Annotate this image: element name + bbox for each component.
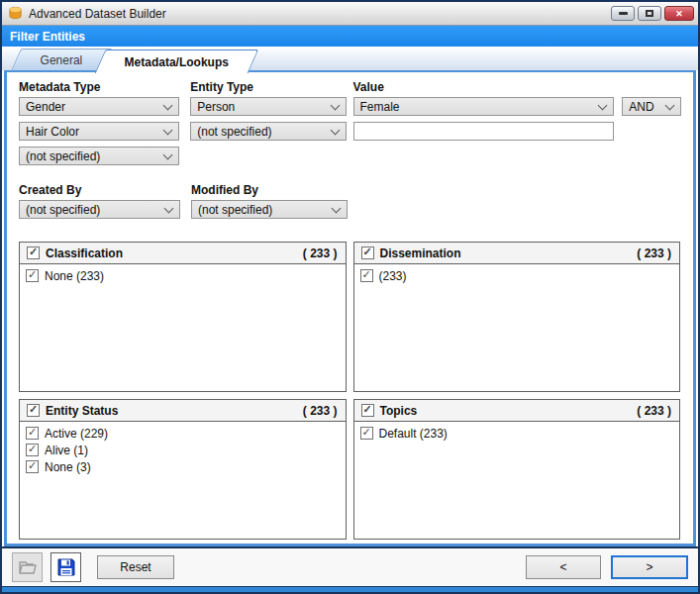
group-count: ( 233 ) [637, 404, 671, 418]
list-item[interactable]: Active (229) [26, 425, 340, 442]
dialog-header-title: Filter Entities [10, 30, 85, 44]
tab-metadata-lookups-label: Metadata/Lookups [124, 55, 228, 69]
group-entity-status-checkbox[interactable] [27, 404, 40, 417]
group-topics: Topics ( 233 ) Default (233) [353, 399, 681, 540]
list-item[interactable]: None (3) [26, 458, 340, 475]
metadata-type-select-2[interactable]: Hair Color [19, 122, 179, 141]
maximize-button[interactable] [638, 6, 661, 21]
title-bar[interactable]: Advanced Dataset Builder ✕ [2, 2, 698, 26]
created-by-select[interactable]: (not specified) [19, 200, 180, 219]
entity-type-label: Entity Type [190, 80, 346, 97]
save-button[interactable] [50, 552, 81, 582]
footer-bar: Reset < > [2, 546, 698, 586]
chevron-down-icon [163, 100, 173, 110]
folder-open-icon [18, 559, 38, 575]
value-select[interactable]: Female [353, 97, 615, 116]
operator-select[interactable]: AND [622, 97, 681, 116]
group-entity-status-header: Entity Status ( 233 ) [20, 400, 346, 422]
app-icon [8, 6, 23, 21]
group-classification-list: None (233) [20, 264, 346, 391]
value-input[interactable] [353, 122, 615, 141]
byline-row: Created By (not specified) Modified By (… [19, 183, 681, 225]
group-count: ( 233 ) [637, 247, 671, 260]
chevron-down-icon [163, 149, 173, 159]
group-dissemination-list: (233) [354, 264, 680, 391]
previous-button[interactable]: < [526, 555, 601, 579]
open-folder-button [12, 552, 43, 582]
chevron-down-icon [330, 125, 340, 135]
metadata-type-select-3[interactable]: (not specified) [19, 147, 179, 165]
group-classification-header: Classification ( 233 ) [20, 243, 346, 264]
item-checkbox[interactable] [26, 269, 39, 282]
metadata-type-label: Metadata Type [19, 80, 179, 97]
created-by-label: Created By [19, 183, 180, 200]
modified-by-select[interactable]: (not specified) [191, 200, 348, 219]
chevron-down-icon [330, 100, 340, 110]
item-checkbox[interactable] [26, 427, 39, 440]
group-topics-checkbox[interactable] [361, 404, 374, 417]
maximize-icon [646, 10, 653, 17]
next-button[interactable]: > [611, 555, 688, 579]
chevron-down-icon [163, 125, 173, 135]
group-dissemination-header: Dissemination ( 233 ) [354, 243, 680, 264]
item-checkbox[interactable] [360, 427, 373, 440]
group-dissemination: Dissemination ( 233 ) (233) [353, 242, 681, 392]
metadata-type-select-1[interactable]: Gender [19, 97, 179, 116]
tab-metadata-lookups[interactable]: Metadata/Lookups [94, 50, 258, 73]
group-entity-status-list: Active (229) Alive (1) None (3) [20, 422, 346, 539]
item-checkbox[interactable] [360, 269, 373, 282]
list-item[interactable]: Alive (1) [26, 442, 340, 458]
item-checkbox[interactable] [26, 444, 39, 456]
modified-by-label: Modified By [191, 183, 348, 200]
list-item[interactable]: Default (233) [360, 425, 674, 442]
lookup-groups: Classification ( 233 ) None (233) Dissem… [19, 242, 681, 540]
filter-grid: Metadata Type Gender Hair Color (not spe… [19, 80, 681, 171]
save-icon [56, 557, 76, 577]
close-button[interactable]: ✕ [664, 6, 694, 21]
group-title: Dissemination [380, 247, 638, 260]
group-title: Topics [380, 404, 638, 418]
tab-general-label: General [41, 53, 83, 67]
list-item[interactable]: None (233) [26, 267, 340, 284]
close-icon: ✕ [675, 9, 683, 19]
minimize-button[interactable] [611, 6, 635, 21]
dialog-header: Filter Entities [2, 26, 698, 47]
group-title: Classification [46, 247, 303, 260]
chevron-down-icon [598, 100, 608, 110]
metadata-lookups-panel: Metadata Type Gender Hair Color (not spe… [4, 70, 696, 546]
group-classification-checkbox[interactable] [27, 247, 40, 259]
minimize-icon [619, 12, 628, 15]
list-item[interactable]: (233) [360, 267, 674, 284]
chevron-down-icon [665, 100, 675, 110]
reset-button[interactable]: Reset [97, 555, 174, 579]
chevron-down-icon [332, 203, 342, 213]
group-count: ( 233 ) [303, 404, 338, 418]
group-topics-header: Topics ( 233 ) [354, 400, 680, 422]
window-title: Advanced Dataset Builder [29, 7, 611, 21]
entity-type-select-2[interactable]: (not specified) [190, 122, 346, 141]
group-classification: Classification ( 233 ) None (233) [19, 242, 347, 392]
chevron-down-icon [164, 203, 174, 213]
group-title: Entity Status [46, 404, 303, 418]
item-checkbox[interactable] [26, 460, 39, 473]
group-topics-list: Default (233) [354, 422, 680, 539]
operator-spacer [622, 80, 681, 97]
entity-type-select-1[interactable]: Person [190, 97, 346, 116]
group-entity-status: Entity Status ( 233 ) Active (229) Alive… [19, 399, 347, 540]
group-dissemination-checkbox[interactable] [361, 247, 374, 259]
window-bottom-accent [2, 586, 698, 592]
value-label: Value [353, 80, 615, 97]
tab-strip: General Metadata/Lookups [2, 47, 698, 70]
advanced-dataset-builder-window: Advanced Dataset Builder ✕ Filter Entiti… [0, 0, 700, 594]
group-count: ( 233 ) [303, 247, 338, 260]
